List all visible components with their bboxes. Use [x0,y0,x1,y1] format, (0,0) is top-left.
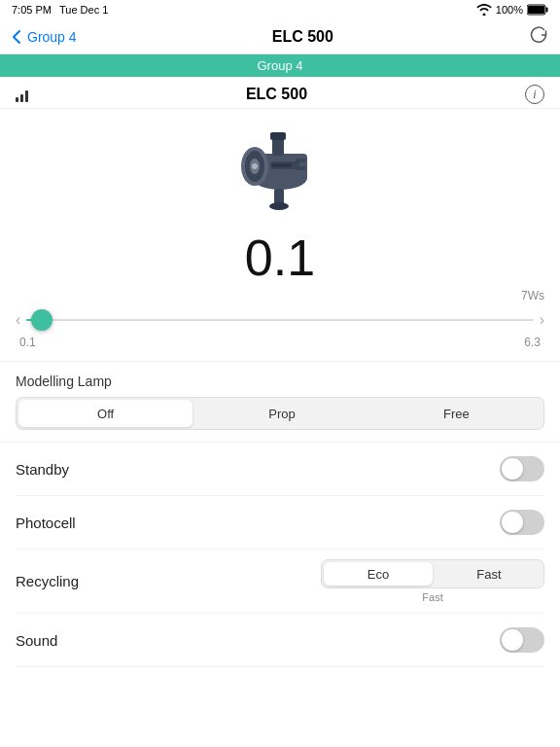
recycling-control: Eco Fast Fast [321,559,544,603]
svg-point-14 [252,163,258,169]
sound-row: Sound [16,614,544,667]
info-button[interactable]: i [525,85,544,104]
slider-max-label: 6.3 [524,336,541,349]
watts-row: 7Ws [0,289,560,302]
slider-container: ‹ › 0.1 6.3 [0,302,560,349]
section-title: ELC 500 [246,86,307,103]
modelling-lamp-free[interactable]: Free [369,398,543,429]
svg-rect-13 [272,163,292,167]
slider-labels: 0.1 6.3 [16,336,544,349]
wifi-icon [476,4,492,16]
svg-rect-9 [270,132,286,140]
battery-icon [527,4,548,16]
group-banner: Group 4 [0,54,560,77]
svg-rect-1 [528,6,544,14]
refresh-button[interactable] [529,25,548,48]
standby-row: Standby [16,443,544,496]
modelling-lamp-section: Modelling Lamp Off Prop Free [0,362,560,430]
slider-decrease-arrow[interactable]: ‹ [16,311,20,329]
sound-section: Sound [0,614,560,667]
photocell-toggle-knob [502,512,523,533]
status-right: 100% [476,4,548,16]
back-button[interactable]: Group 4 [12,29,77,45]
nav-title: ELC 500 [272,28,333,46]
recycling-section: Recycling Eco Fast Fast [0,550,560,614]
signal-icon [16,87,28,102]
group-banner-label: Group 4 [258,58,303,73]
nav-bar: Group 4 ELC 500 [0,19,560,54]
slider-min-label: 0.1 [19,336,36,349]
power-slider-track[interactable]: ‹ › [16,306,544,334]
power-value: 0.1 [0,229,560,287]
svg-point-11 [269,202,289,210]
photocell-row: Photocell [16,496,544,550]
modelling-lamp-control[interactable]: Off Prop Free [16,397,544,430]
standby-section: Standby [0,443,560,496]
sound-toggle-knob [502,629,523,651]
photocell-section: Photocell [0,496,560,550]
recycling-row: Recycling Eco Fast Fast [16,550,544,614]
modelling-lamp-title: Modelling Lamp [16,362,544,397]
recycling-segmented[interactable]: Eco Fast [321,559,544,588]
recycling-eco[interactable]: Eco [324,562,433,586]
standby-toggle-knob [502,458,523,480]
modelling-lamp-off[interactable]: Off [18,400,192,427]
flash-head-image [222,124,338,217]
back-label: Group 4 [27,29,77,45]
section-header: ELC 500 i [0,77,560,109]
refresh-icon [529,25,548,45]
slider-inner[interactable] [26,319,533,321]
status-date: Tue Dec 1 [59,4,108,16]
photocell-toggle[interactable] [500,510,544,535]
svg-rect-2 [546,8,548,13]
back-chevron-icon [12,29,21,45]
slider-thumb[interactable] [31,309,52,331]
sound-label: Sound [16,632,57,649]
recycling-label: Recycling [16,573,79,589]
status-time-date: 7:05 PM Tue Dec 1 [12,4,108,16]
standby-toggle[interactable] [500,456,544,481]
slider-line [26,319,533,321]
svg-rect-16 [296,166,305,170]
status-time: 7:05 PM [12,4,52,16]
watts-label: 7Ws [521,289,544,302]
recycling-sub-label: Fast [422,591,442,603]
modelling-lamp-prop[interactable]: Prop [194,398,368,429]
sound-toggle[interactable] [500,627,544,653]
photocell-label: Photocell [16,515,76,531]
status-bar: 7:05 PM Tue Dec 1 100% [0,0,560,19]
svg-rect-15 [296,159,305,162]
standby-label: Standby [16,461,69,478]
battery-level: 100% [496,4,523,16]
flash-image-container [0,109,560,225]
slider-increase-arrow[interactable]: › [540,311,544,329]
recycling-fast[interactable]: Fast [435,560,543,587]
